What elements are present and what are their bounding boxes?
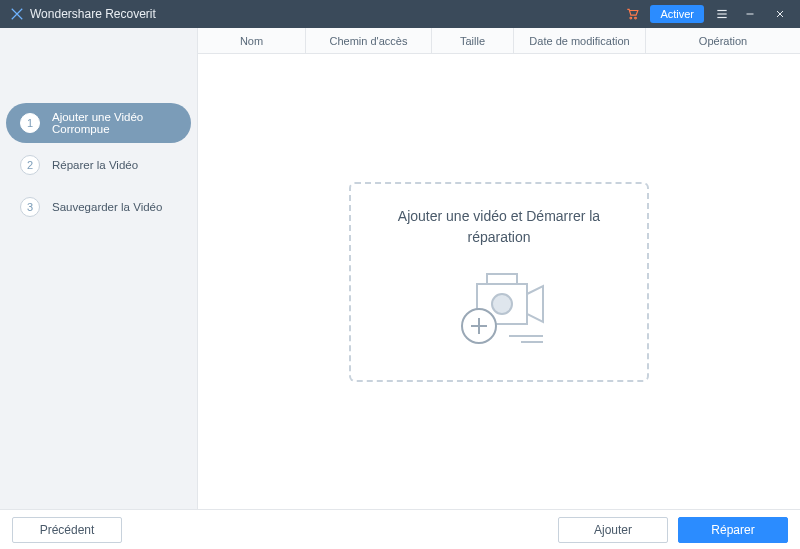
step-label: Ajouter une Vidéo Corrompue xyxy=(52,111,177,135)
activate-button[interactable]: Activer xyxy=(650,5,704,23)
column-path[interactable]: Chemin d'accès xyxy=(306,28,432,53)
cart-icon[interactable] xyxy=(624,6,640,22)
svg-rect-10 xyxy=(487,274,517,284)
column-name[interactable]: Nom xyxy=(198,28,306,53)
sidebar: 1 Ajouter une Vidéo Corrompue 2 Réparer … xyxy=(0,28,198,509)
close-button[interactable] xyxy=(770,4,790,24)
step-number: 1 xyxy=(20,113,40,133)
minimize-button[interactable] xyxy=(740,4,760,24)
svg-point-11 xyxy=(492,294,512,314)
step-number: 3 xyxy=(20,197,40,217)
step-number: 2 xyxy=(20,155,40,175)
app-logo: Wondershare Recoverit xyxy=(10,7,156,21)
camera-add-illustration xyxy=(439,266,559,360)
back-button[interactable]: Précédent xyxy=(12,517,122,543)
step-label: Sauvegarder la Vidéo xyxy=(52,201,162,213)
step-repair-video[interactable]: 2 Réparer la Vidéo xyxy=(6,145,191,185)
svg-point-0 xyxy=(630,17,632,19)
main-panel: Nom Chemin d'accès Taille Date de modifi… xyxy=(198,28,800,509)
titlebar: Wondershare Recoverit Activer xyxy=(0,0,800,28)
column-operation[interactable]: Opération xyxy=(646,28,800,53)
menu-icon[interactable] xyxy=(714,6,730,22)
app-title: Wondershare Recoverit xyxy=(30,7,156,21)
svg-marker-9 xyxy=(527,286,543,322)
add-button[interactable]: Ajouter xyxy=(558,517,668,543)
step-label: Réparer la Vidéo xyxy=(52,159,138,171)
column-size[interactable]: Taille xyxy=(432,28,514,53)
dropzone-text: Ajouter une vidéo et Démarrer la réparat… xyxy=(351,206,647,248)
app-logo-icon xyxy=(10,7,24,21)
repair-button[interactable]: Réparer xyxy=(678,517,788,543)
footer: Précédent Ajouter Réparer xyxy=(0,509,800,549)
column-modified[interactable]: Date de modification xyxy=(514,28,646,53)
table-header: Nom Chemin d'accès Taille Date de modifi… xyxy=(198,28,800,54)
step-save-video[interactable]: 3 Sauvegarder la Vidéo xyxy=(6,187,191,227)
svg-point-1 xyxy=(635,17,637,19)
step-add-video[interactable]: 1 Ajouter une Vidéo Corrompue xyxy=(6,103,191,143)
dropzone[interactable]: Ajouter une vidéo et Démarrer la réparat… xyxy=(349,182,649,382)
content-area: Ajouter une vidéo et Démarrer la réparat… xyxy=(198,54,800,509)
